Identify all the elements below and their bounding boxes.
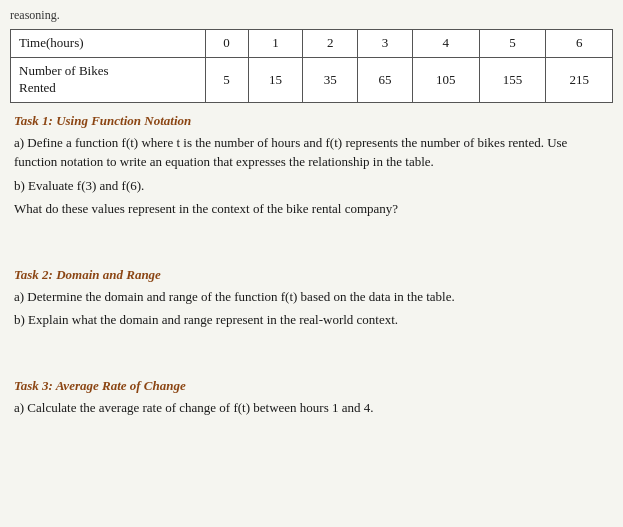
task1-section: Task 1: Using Function Notation a) Defin… [10,113,613,259]
task2-answer-area [14,334,609,370]
table-header-3: 3 [358,30,413,58]
table-cell-2: 35 [303,57,358,102]
bike-rental-table: Time(hours) 0 1 2 3 4 5 6 Number of Bike… [10,29,613,103]
table-header-1: 1 [248,30,303,58]
task1-part-b: b) Evaluate f(3) and f(6). [14,176,609,196]
table-cell-5: 155 [479,57,546,102]
task1-part-a: a) Define a function f(t) where t is the… [14,133,609,172]
table-header-2: 2 [303,30,358,58]
task1-answer-area [14,223,609,259]
table-cell-3: 65 [358,57,413,102]
task1-heading: Task 1: Using Function Notation [14,113,609,129]
table-cell-4: 105 [412,57,479,102]
task3-section: Task 3: Average Rate of Change a) Calcul… [10,378,613,418]
task2-section: Task 2: Domain and Range a) Determine th… [10,267,613,370]
table-header-0: 0 [205,30,248,58]
task3-part-a: a) Calculate the average rate of change … [14,398,609,418]
table-cell-1: 15 [248,57,303,102]
reasoning-note: reasoning. [10,8,613,23]
task2-part-a: a) Determine the domain and range of the… [14,287,609,307]
task2-part-b: b) Explain what the domain and range rep… [14,310,609,330]
table-header-5: 5 [479,30,546,58]
table-header-6: 6 [546,30,613,58]
task1-context-question: What do these values represent in the co… [14,199,609,219]
table-row-label: Number of BikesRented [11,57,206,102]
task3-heading: Task 3: Average Rate of Change [14,378,609,394]
task2-heading: Task 2: Domain and Range [14,267,609,283]
table-header-4: 4 [412,30,479,58]
table-cell-0: 5 [205,57,248,102]
table-cell-6: 215 [546,57,613,102]
table-header-label: Time(hours) [11,30,206,58]
